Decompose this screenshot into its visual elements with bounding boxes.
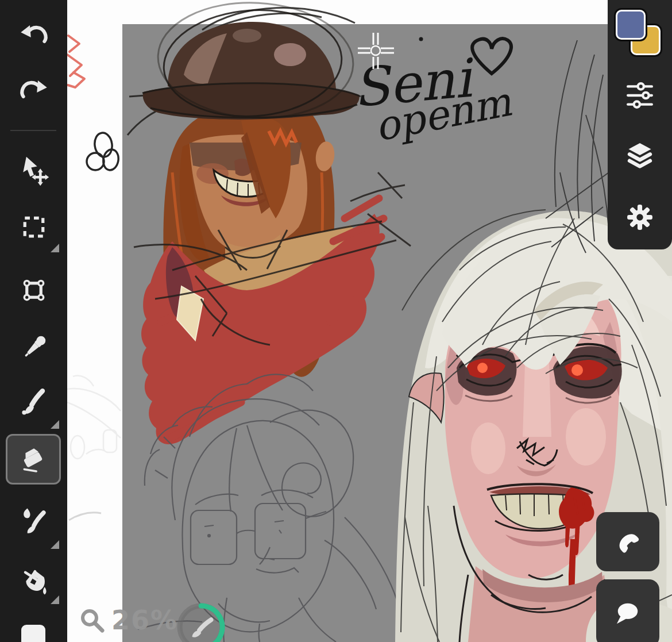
blend-brush-icon xyxy=(17,504,51,539)
sliders-icon xyxy=(625,80,655,110)
eraser-icon xyxy=(17,443,49,475)
redo-button[interactable] xyxy=(0,69,67,108)
chat-bubble-icon xyxy=(611,597,644,630)
eyedropper-button[interactable] xyxy=(0,329,67,367)
voice-call-button[interactable] xyxy=(596,512,659,571)
gear-icon xyxy=(625,202,655,232)
fill-flyout-indicator xyxy=(51,595,59,604)
blend-brush-button[interactable] xyxy=(0,501,67,541)
marquee-select-button[interactable] xyxy=(0,207,67,247)
move-tool-button[interactable] xyxy=(0,151,67,191)
eyedropper-icon xyxy=(18,332,50,364)
current-color-swatch[interactable] xyxy=(21,625,45,642)
marquee-flyout-indicator xyxy=(51,244,59,252)
layers-icon xyxy=(625,140,655,170)
app-window: { "canvas": { "background_color": "#8a8a… xyxy=(0,0,672,642)
right-panel xyxy=(608,0,672,249)
transform-tool-button[interactable] xyxy=(0,270,67,310)
blend-flyout-indicator xyxy=(51,540,59,549)
drawing-canvas[interactable]: Seni openm xyxy=(0,0,672,642)
paintbrush-icon xyxy=(17,385,51,419)
move-tool-icon xyxy=(17,153,51,188)
paintbrush-flyout-indicator xyxy=(51,420,59,429)
settings-button[interactable] xyxy=(625,202,655,232)
phone-icon xyxy=(611,525,644,559)
zoom-indicator: 26% xyxy=(78,605,178,636)
paintbrush-button[interactable] xyxy=(0,382,67,422)
transform-icon xyxy=(18,274,50,306)
magnifier-icon xyxy=(78,606,106,634)
layers-button[interactable] xyxy=(625,140,655,170)
primary-color-swatch[interactable] xyxy=(616,10,646,40)
undo-icon xyxy=(18,17,50,49)
left-toolbar xyxy=(0,0,67,642)
eraser-button-selected[interactable] xyxy=(6,434,61,485)
zoom-level-label: 26% xyxy=(111,605,178,636)
redo-icon xyxy=(18,72,50,105)
brush-size-indicator[interactable] xyxy=(175,601,227,642)
fill-bucket-icon xyxy=(17,563,51,598)
fill-bucket-button[interactable] xyxy=(0,560,67,601)
marquee-select-icon xyxy=(18,211,50,243)
chat-button[interactable] xyxy=(596,579,659,642)
toolbar-divider xyxy=(10,130,56,131)
adjustments-button[interactable] xyxy=(625,80,655,110)
undo-button[interactable] xyxy=(0,14,67,53)
